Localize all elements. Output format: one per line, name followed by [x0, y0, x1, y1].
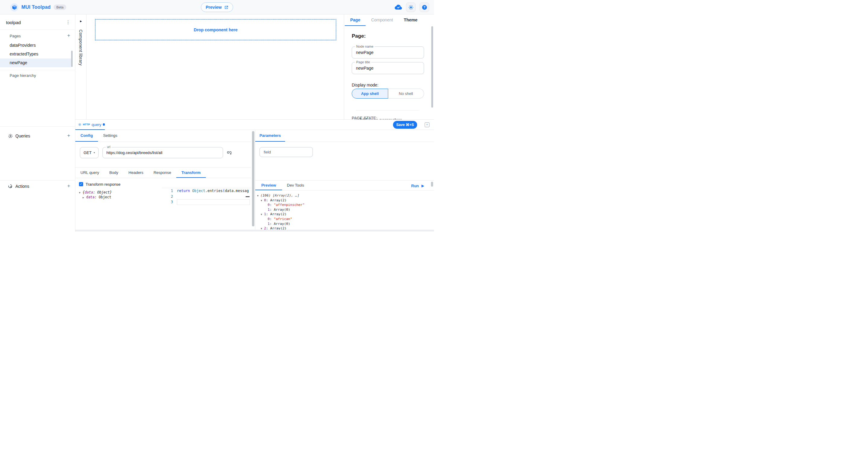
tree-segment-key: 1	[268, 222, 270, 226]
request-tab-response[interactable]: Response	[148, 167, 176, 178]
inspector-scrollbar-thumb[interactable]	[431, 26, 433, 107]
query-preview-section: Parameters field PreviewDev Tools Run ▶ …	[255, 130, 434, 230]
run-button[interactable]: Run ▶	[411, 181, 424, 191]
page-section-title: Page:	[352, 33, 366, 39]
link-binding-icon[interactable]	[227, 150, 232, 155]
component-library-strip[interactable]: ▶ Component library	[75, 14, 87, 119]
query-name-label: query	[92, 122, 101, 127]
horizontal-scrollbar[interactable]	[75, 230, 434, 232]
caret-open-icon[interactable]: ▼	[257, 194, 260, 198]
query-panel-scrollbar-thumb[interactable]	[252, 131, 254, 226]
theme-toggle-button[interactable]	[406, 2, 415, 12]
help-button[interactable]: ?	[420, 2, 429, 12]
drop-zone[interactable]: Drop component here	[95, 19, 336, 40]
component-library-label: Component library	[79, 30, 83, 66]
actions-icon	[8, 184, 13, 189]
page-hierarchy-row[interactable]: Page hierarchy	[0, 72, 75, 79]
tab-http-query[interactable]: HTTP query	[75, 120, 105, 130]
code-token: .entries	[205, 189, 223, 193]
config-tab-settings[interactable]: Settings	[98, 130, 122, 142]
scope-tree: ▼{data: Object}▶data: Object	[79, 190, 112, 200]
caret-open-icon[interactable]: ▼	[79, 190, 83, 195]
project-menu-button[interactable]: ⋮	[64, 19, 72, 26]
inspector-tabs: PageComponentTheme	[345, 14, 423, 26]
divider	[0, 30, 75, 30]
tree-segment-plain: : Array(0)	[270, 222, 290, 226]
add-query-button[interactable]: +	[65, 132, 72, 140]
editor-cursor-marker	[246, 196, 250, 197]
transform-response-checkbox[interactable]: ✓	[79, 182, 83, 186]
sidebar-page-extractedTypes[interactable]: extractedTypes	[0, 50, 71, 59]
tree-segment-key: 0	[268, 217, 270, 221]
request-tab-headers[interactable]: Headers	[123, 167, 148, 178]
page-title-value: newPage	[352, 62, 424, 74]
brand-group: MUI Toolpad Beta	[10, 0, 66, 14]
preview-scrollbar-thumb[interactable]	[431, 182, 433, 187]
scope-tree-row[interactable]: ▼{data: Object}	[79, 190, 112, 195]
json-tree-row[interactable]: ▼0: Array(2)	[257, 198, 304, 203]
display-mode-option-no-shell[interactable]: No shell	[388, 89, 424, 99]
display-mode-toggle: App shellNo shell	[352, 89, 424, 99]
json-tree-row[interactable]: 0: "african"	[257, 217, 304, 222]
request-tab-body[interactable]: Body	[104, 167, 124, 178]
sidebar-page-dataProviders[interactable]: dataProviders	[0, 41, 71, 50]
actions-label: Actions	[16, 184, 29, 189]
divider	[0, 126, 75, 127]
page-title-label: Page title	[355, 60, 371, 64]
save-button[interactable]: Save ⌘+S	[393, 121, 417, 129]
inspector-tab-page[interactable]: Page	[345, 14, 366, 26]
result-json-tree: ▼(106) [Array(2), …]▼0: Array(2) 0: "aff…	[257, 193, 304, 232]
query-protocol-label: HTTP	[83, 123, 90, 126]
method-value: GET	[84, 150, 92, 155]
url-field[interactable]: url https://dog.ceo/api/breeds/list/all	[102, 147, 223, 158]
app-title: MUI Toolpad	[22, 4, 51, 10]
help-icon: ?	[422, 4, 427, 10]
pages-scrollbar-thumb[interactable]	[71, 51, 73, 67]
code-token: (	[223, 189, 225, 193]
tree-segment-plain: :	[270, 203, 274, 207]
top-bar: MUI Toolpad Beta Preview ?	[0, 0, 434, 14]
config-tab-config[interactable]: Config	[75, 130, 98, 142]
json-tree-row[interactable]: ▼(106) [Array(2), …]	[257, 193, 304, 198]
page-title-field[interactable]: Page title newPage	[352, 62, 424, 74]
display-mode-option-app-shell[interactable]: App shell	[352, 89, 388, 99]
expand-arrow-icon[interactable]: ▶	[75, 20, 87, 23]
json-tree-row[interactable]: 1: Array(0)	[257, 222, 304, 227]
tab-parameters[interactable]: Parameters	[255, 130, 285, 142]
add-action-button[interactable]: +	[65, 183, 72, 190]
node-name-value: newPage	[352, 47, 424, 58]
preview-tab-dev-tools[interactable]: Dev Tools	[282, 181, 309, 190]
request-config-section: ConfigSettings GET ▾ url https://dog.ceo…	[75, 130, 251, 230]
node-name-label: Node name	[355, 44, 375, 48]
transform-code-editor[interactable]: 1return Object.entries(data.messag23	[162, 188, 251, 230]
caret-open-icon[interactable]: ▼	[261, 198, 264, 203]
caret-open-icon[interactable]: ▼	[261, 213, 264, 217]
add-page-button[interactable]: +	[65, 32, 72, 39]
project-name: toolpad	[6, 20, 21, 25]
request-tabs: URL queryBodyHeadersResponseTransform	[75, 167, 251, 178]
close-panel-button[interactable]: ×	[425, 122, 430, 127]
parameter-field-input[interactable]: field	[259, 147, 313, 157]
inspector-tab-component[interactable]: Component	[366, 14, 398, 26]
preview-button[interactable]: Preview	[201, 2, 233, 12]
json-tree-row[interactable]: 1: Array(0)	[257, 208, 304, 213]
sidebar-page-newPage[interactable]: newPage	[0, 59, 71, 67]
request-tab-transform[interactable]: Transform	[176, 167, 206, 178]
inspector-panel: PageComponentTheme Page: Node name newPa…	[344, 14, 434, 119]
caret-closed-icon[interactable]: ▶	[83, 195, 86, 200]
svg-text:?: ?	[424, 6, 425, 9]
code-token: data.messag	[225, 189, 249, 193]
inspector-tab-theme[interactable]: Theme	[398, 14, 423, 26]
json-tree-row[interactable]: 0: "affenpinscher"	[257, 203, 304, 208]
preview-tab-preview[interactable]: Preview	[255, 181, 282, 190]
mui-toolpad-logo-icon	[10, 3, 19, 11]
method-select[interactable]: GET ▾	[80, 147, 98, 158]
chevron-down-icon: ▾	[94, 151, 95, 154]
json-tree-row[interactable]: ▼1: Array(2)	[257, 212, 304, 217]
node-name-field[interactable]: Node name newPage	[352, 47, 424, 59]
scope-tree-row[interactable]: ▶data: Object	[79, 195, 112, 200]
request-tab-url-query[interactable]: URL query	[75, 167, 104, 178]
tree-segment-string: "affenpinscher"	[274, 203, 304, 207]
code-token: Object	[192, 189, 205, 193]
page-hierarchy-label: Page hierarchy	[10, 73, 36, 78]
